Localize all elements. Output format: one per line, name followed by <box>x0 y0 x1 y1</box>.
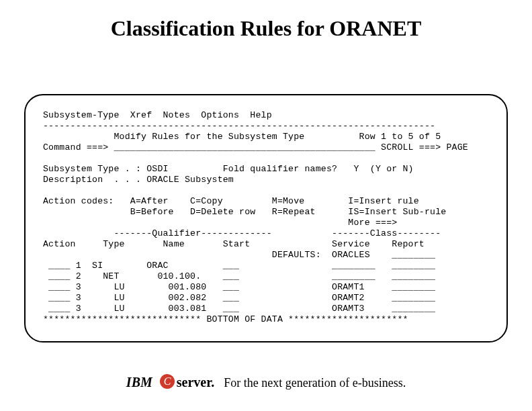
footer-tagline: For the next generation of e-business. <box>224 376 406 390</box>
page-title: Classification Rules for ORANET <box>0 16 532 41</box>
ibm-logo-text: IBM <box>126 375 152 390</box>
server-text: server. <box>177 375 214 390</box>
svg-text:C: C <box>163 375 171 387</box>
terminal-panel: Subsystem-Type Xref Notes Options Help -… <box>24 94 508 342</box>
footer: IBM C server. For the next generation of… <box>0 373 532 395</box>
eserver-logo: C <box>159 373 175 392</box>
terminal-content: Subsystem-Type Xref Notes Options Help -… <box>43 110 492 325</box>
